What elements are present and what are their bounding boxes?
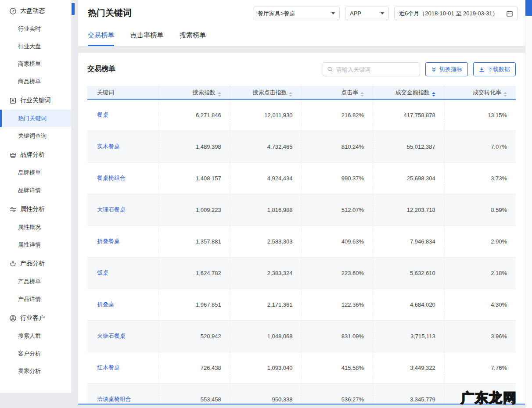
tab-ctr-rank[interactable]: 点击率榜单 [130,31,163,46]
cell-ctr: 122.36% [302,289,373,320]
cell-cvr: 3.96% [444,320,516,352]
col-header-click-index[interactable]: 搜索点击指数 [230,86,302,99]
cell-search-index: 1,009,223 [159,194,230,225]
chevron-down-icon [381,12,384,14]
category-select-value: 餐厅家具>餐桌 [258,10,295,18]
keyword-link[interactable]: 餐桌椅组合 [97,175,126,181]
cell-ctr: 512.07% [302,194,373,225]
cell-cvr: 4.30% [444,289,516,320]
sidebar-item-hot-keywords[interactable]: 热门关键词 [0,110,71,127]
ranking-tabs: 交易榜单 点击率榜单 搜索榜单 [88,31,206,46]
sort-icon [218,92,221,97]
sort-icon-active [432,92,435,97]
tab-transaction-rank[interactable]: 交易榜单 [88,31,114,46]
cell-search-index: 520,942 [159,320,230,352]
table-toolbar: 交易榜单 切换指标 下载数据 [78,53,525,86]
sidebar-item-product-rank-top[interactable]: 商品榜单 [0,73,71,90]
keyword-link[interactable]: 实木餐桌 [97,143,120,150]
col-header-ctr[interactable]: 点击率 [302,86,373,99]
sidebar: 大盘动态 行业实时 行业大盘 商家榜单 商品榜单 行业关键词 热门关键词 关键词… [0,0,72,393]
sidebar-item-product-rank[interactable]: 产品榜单 [0,273,71,290]
sort-icon [503,92,507,97]
cell-click-index: 12,011,930 [230,99,302,131]
sidebar-section-dashboard[interactable]: 大盘动态 [0,2,71,20]
page-scrollbar[interactable] [525,0,532,408]
sidebar-item-attribute-overview[interactable]: 属性概况 [0,218,71,236]
sidebar-scrollbar-thumb[interactable] [72,3,75,15]
keyword-link[interactable]: 折叠餐桌 [97,238,120,244]
sidebar-section-attribute[interactable]: 属性分析 [0,200,71,218]
sidebar-item-industry-realtime[interactable]: 行业实时 [0,20,71,38]
platform-select[interactable]: APP [345,7,389,20]
sidebar-item-merchant-rank[interactable]: 商家榜单 [0,55,71,73]
cell-gmv-index: 5,632,610 [373,257,445,289]
sidebar-section-keywords[interactable]: 行业关键词 [0,91,71,110]
cell-gmv-index: 4,684,020 [373,289,445,320]
keyword-link[interactable]: 大理石餐桌 [97,206,126,213]
sidebar-item-customer-analysis[interactable]: 客户分析 [0,345,71,362]
cell-gmv-index: 7,946,834 [373,225,445,257]
page-scrollbar-thumb[interactable] [525,0,532,16]
sidebar-item-brand-detail[interactable]: 品牌详情 [0,182,71,199]
page-header: 热门关键词 餐厅家具>餐桌 APP 近6个月（2018-10-01 至 2019… [78,0,525,46]
sidebar-item-product-detail[interactable]: 产品详情 [0,290,71,308]
search-input[interactable] [336,66,416,73]
sidebar-section-product[interactable]: 产品分析 [0,254,71,273]
cell-cvr: 2.90% [444,225,516,257]
cell-click-index: 1,816,988 [230,194,302,225]
date-range-picker[interactable]: 近6个月（2018-10-01 至 2019-03-31） [394,7,518,20]
keyword-link[interactable]: 洽谈桌椅组合 [97,396,131,402]
sidebar-section-label: 大盘动态 [20,7,45,15]
dashboard-icon [9,7,17,15]
keyword-link[interactable]: 饭桌 [97,269,108,276]
table-row: 红木餐桌 726,438 1,093,040 415.58% 3,449,322… [87,352,516,383]
keyword-link[interactable]: 折叠桌 [97,301,114,308]
cell-search-index: 6,271,846 [159,99,230,131]
cell-click-index: 1,093,040 [230,352,302,383]
keyword-link[interactable]: 红木餐桌 [97,364,120,371]
cell-ctr: 536.27% [302,383,373,404]
table-row: 折叠桌 1,967,851 2,171,361 122.36% 4,684,02… [87,289,516,320]
col-header-gmv-index[interactable]: 成交金额指数 [373,86,445,99]
header-controls: 餐厅家具>餐桌 APP 近6个月（2018-10-01 至 2019-03-31… [253,7,518,20]
sidebar-item-industry-market[interactable]: 行业大盘 [0,38,71,55]
table-row: 大理石餐桌 1,009,223 1,816,988 512.07% 12,203… [87,194,516,225]
transaction-rank-card: 交易榜单 切换指标 下载数据 [78,53,525,404]
tab-search-rank[interactable]: 搜索榜单 [180,31,206,46]
cell-cvr: 7.07% [444,131,516,162]
sidebar-item-seller-analysis[interactable]: 卖家分析 [0,362,71,380]
sliders-icon [9,206,17,213]
cell-cvr: 7.76% [444,352,516,383]
cell-search-index: 1,624,782 [159,257,230,289]
keyword-link[interactable]: 火烧石餐桌 [97,333,126,339]
watermark: 广东龙网 [461,389,517,407]
sidebar-item-search-crowd[interactable]: 搜索人群 [0,327,71,345]
cell-search-index: 553,458 [159,383,230,404]
nav-group-dashboard: 大盘动态 行业实时 行业大盘 商家榜单 商品榜单 [0,2,71,90]
category-select[interactable]: 餐厅家具>餐桌 [253,7,340,20]
sidebar-section-customer[interactable]: 行业客户 [0,309,71,327]
cell-gmv-index: 12,203,718 [373,194,445,225]
cell-gmv-index: 25,698,304 [373,162,445,194]
cell-click-index: 4,924,434 [230,162,302,194]
cell-search-index: 1,967,851 [159,289,230,320]
col-header-cvr[interactable]: 成交转化率 [444,86,516,99]
cell-ctr: 810.24% [302,131,373,162]
keyword-rank-table: 关键词 搜索指数 搜索点击指数 点击率 成交金额指数 成交转化率 餐桌 6,27… [87,86,516,404]
sidebar-section-label: 产品分析 [20,260,45,268]
col-header-search-index[interactable]: 搜索指数 [159,86,230,99]
sidebar-item-brand-rank[interactable]: 品牌榜单 [0,164,71,182]
customer-icon [9,315,17,322]
nav-group-product: 产品分析 产品榜单 产品详情 [0,254,71,308]
sidebar-item-keyword-query[interactable]: 关键词查询 [0,127,71,145]
sidebar-item-attribute-detail[interactable]: 属性详情 [0,236,71,254]
cell-gmv-index: 55,012,387 [373,131,445,162]
download-data-button[interactable]: 下载数据 [473,62,516,76]
keyword-link[interactable]: 餐桌 [97,111,108,118]
switch-metrics-button[interactable]: 切换指标 [425,62,468,76]
sidebar-section-brand[interactable]: 品牌分析 [0,146,71,164]
nav-group-attribute: 属性分析 属性概况 属性详情 [0,200,71,254]
col-header-keyword[interactable]: 关键词 [87,86,159,99]
download-icon [479,67,485,72]
cell-cvr: 13.15% [444,99,516,131]
